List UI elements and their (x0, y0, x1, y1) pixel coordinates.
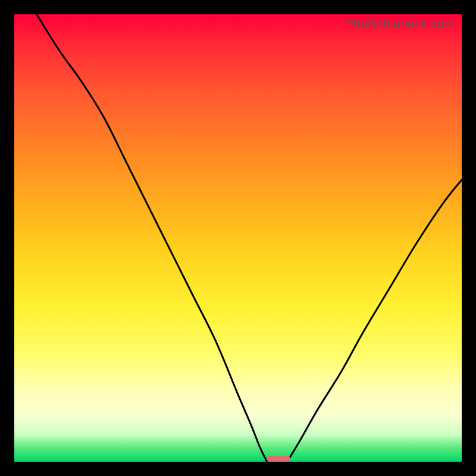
chart-container: TheBottleneck.com (0, 0, 476, 476)
plot-area: TheBottleneck.com (14, 14, 462, 462)
curve-left-branch (37, 14, 267, 462)
curve-right-branch (287, 180, 462, 462)
bottleneck-curve (14, 14, 462, 462)
optimal-marker (267, 456, 290, 462)
